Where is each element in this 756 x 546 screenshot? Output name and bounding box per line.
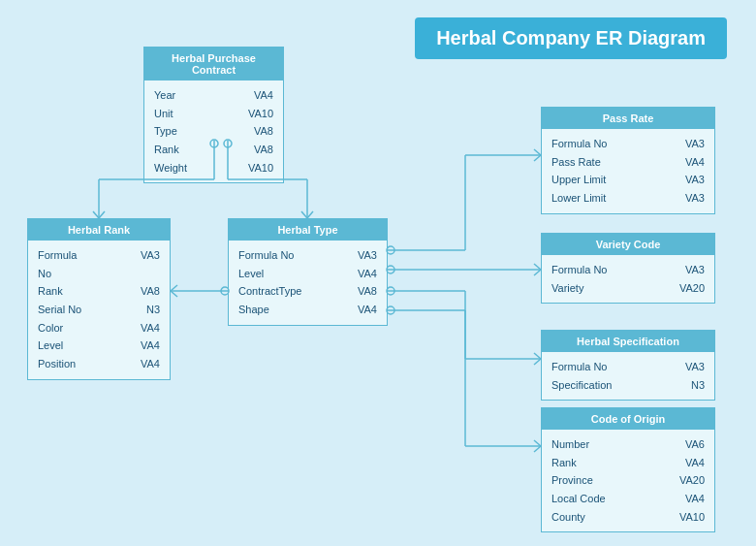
- svg-line-21: [534, 155, 541, 161]
- svg-line-30: [534, 353, 541, 359]
- svg-line-24: [534, 264, 541, 270]
- table-header-herbal-rank: Herbal Rank: [28, 219, 170, 241]
- svg-line-3: [93, 211, 99, 218]
- table-values-herbal-type: VA3VA4VA8VA4: [348, 246, 377, 319]
- table-values-pass-rate: VA3VA4VA3VA3: [676, 135, 705, 208]
- table-labels-variety-code: Formula NoVariety: [551, 261, 670, 297]
- table-header-code-of-origin: Code of Origin: [542, 408, 714, 430]
- svg-line-4: [99, 211, 105, 218]
- svg-line-9: [301, 211, 307, 218]
- table-header-herbal-specification: Herbal Specification: [542, 331, 714, 352]
- table-labels-code-of-origin: NumberRankProvinceLocal CodeCounty: [551, 435, 670, 526]
- table-values-code-of-origin: VA6VA4VA20VA4VA10: [670, 435, 705, 526]
- table-labels-herbal-type: Formula NoLevelContractTypeShape: [238, 246, 348, 319]
- svg-line-20: [534, 149, 541, 155]
- svg-line-31: [534, 359, 541, 365]
- table-labels-herbal-specification: Formula NoSpecification: [551, 358, 676, 394]
- table-labels-herbal-purchase-contract: YearUnitTypeRankWeight: [154, 86, 238, 177]
- table-labels-pass-rate: Formula NoPass RateUpper LimitLower Limi…: [551, 135, 676, 208]
- table-values-herbal-purchase-contract: VA4VA10VA8VA8VA10: [238, 86, 273, 177]
- table-herbal-type: Herbal Type Formula NoLevelContractTypeS…: [228, 218, 388, 326]
- table-herbal-specification: Herbal Specification Formula NoSpecifica…: [541, 330, 715, 401]
- diagram-title: Herbal Company ER Diagram: [415, 17, 727, 59]
- table-labels-herbal-rank: FormulaNoRankSerial NoColorLevelPosition: [38, 246, 131, 373]
- table-header-variety-code: Variety Code: [542, 234, 714, 255]
- table-values-variety-code: VA3VA20: [670, 261, 705, 297]
- svg-line-25: [534, 270, 541, 275]
- table-pass-rate: Pass Rate Formula NoPass RateUpper Limit…: [541, 107, 715, 214]
- svg-point-19: [387, 246, 394, 254]
- table-code-of-origin: Code of Origin NumberRankProvinceLocal C…: [541, 407, 715, 532]
- svg-line-14: [171, 291, 177, 297]
- table-header-herbal-type: Herbal Type: [229, 219, 387, 241]
- svg-line-36: [534, 440, 541, 446]
- table-values-herbal-specification: VA3N3: [676, 358, 705, 394]
- table-variety-code: Variety Code Formula NoVariety VA3VA20: [541, 233, 715, 304]
- table-header-herbal-purchase-contract: Herbal PurchaseContract: [144, 48, 283, 80]
- svg-line-10: [307, 211, 313, 218]
- table-header-pass-rate: Pass Rate: [542, 108, 714, 129]
- svg-line-13: [171, 285, 177, 291]
- svg-line-37: [534, 446, 541, 452]
- table-herbal-rank: Herbal Rank FormulaNoRankSerial NoColorL…: [27, 218, 171, 380]
- table-herbal-purchase-contract: Herbal PurchaseContract YearUnitTypeRank…: [143, 47, 284, 183]
- svg-point-35: [387, 306, 394, 314]
- svg-point-23: [387, 266, 394, 273]
- svg-point-29: [387, 287, 394, 295]
- table-values-herbal-rank: VA3 VA8N3VA4VA4VA4: [131, 246, 160, 373]
